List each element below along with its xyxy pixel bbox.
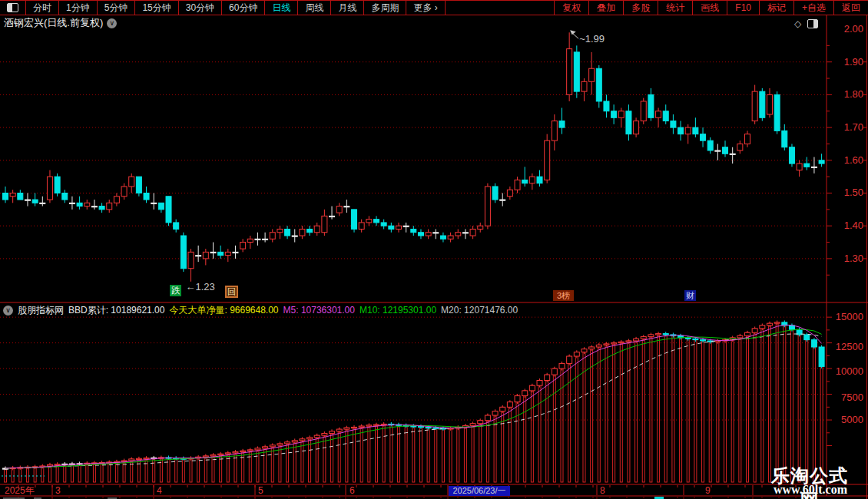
top-menu-item-9[interactable]: 多周期 [364, 1, 406, 15]
volume-bar [338, 429, 340, 482]
marker-hui-badge[interactable]: 回 [225, 286, 238, 298]
sub-candle-body-up [336, 429, 342, 431]
sub-candle-body-up [462, 425, 468, 427]
marker-die-badge[interactable]: 跌 [170, 285, 181, 296]
volume-bar [48, 464, 51, 482]
sub-candle-body-up [188, 458, 194, 459]
candle-body [611, 111, 617, 118]
candle-body [760, 91, 765, 117]
tool-menu-item-7[interactable]: +自选 [793, 1, 833, 15]
panel-toggle-icon[interactable] [807, 19, 818, 28]
volume-axis-label: 7500 [841, 392, 863, 403]
sub-candle-body-up [559, 363, 565, 368]
tool-menu-item-4[interactable]: 画线 [692, 1, 727, 15]
candle-body [144, 193, 149, 200]
tool-menu-item-8[interactable]: 返回 [833, 1, 868, 15]
tool-menu-item-2[interactable]: 多股 [623, 1, 658, 15]
sub-candle-body-up [91, 463, 97, 464]
candle-body-up [314, 226, 320, 233]
candle-body [55, 177, 60, 193]
sub-candle-body-up [537, 380, 542, 385]
marker-cai-badge[interactable]: 财 [684, 290, 696, 301]
tool-menu-item-1[interactable]: 叠加 [588, 1, 623, 15]
top-menu-item-7[interactable]: 周线 [298, 1, 331, 15]
top-menu-item-6[interactable]: 日线 [265, 1, 298, 15]
candle-body [774, 94, 780, 131]
volume-bar [19, 468, 22, 482]
sub-candle-body [707, 341, 713, 342]
price-axis-label: 2.00 [844, 23, 863, 35]
sub-candle-body-up [567, 356, 572, 363]
candle-body-up [270, 233, 275, 240]
sub-candle-body-up [40, 466, 45, 467]
top-menu-item-4[interactable]: 30分钟 [179, 1, 222, 15]
top-menu-item-0[interactable]: 分时 [26, 1, 59, 15]
candle-body [648, 94, 654, 117]
marker-bang-badge[interactable]: 3榜 [553, 290, 574, 301]
sub-candle-body-up [144, 458, 149, 459]
tool-menu-item-0[interactable]: 复权 [554, 1, 588, 15]
volume-bar [242, 451, 244, 482]
tool-menu-item-6[interactable]: 标记 [759, 1, 793, 15]
top-menu-item-3[interactable]: 15分钟 [135, 1, 178, 15]
ma5-line [5, 325, 822, 468]
sub-candle-body-up [774, 322, 780, 323]
collapse-indicator-icon[interactable]: ∨ [3, 306, 13, 316]
sub-candle-body [693, 339, 698, 339]
volume-bar [664, 335, 667, 482]
top-menu-item-2[interactable]: 5分钟 [98, 1, 136, 15]
stock-title-row[interactable]: 酒钢宏兴(日线.前复权) ∨ [4, 16, 117, 30]
volume-bar [531, 385, 533, 482]
volume-bar [546, 375, 548, 482]
candle-body [626, 111, 631, 134]
sub-candle-body [811, 340, 817, 347]
volume-bar [435, 428, 437, 482]
volume-bar [672, 335, 674, 482]
diamond-icon[interactable]: ◇ [794, 18, 801, 29]
volume-bar [175, 458, 177, 482]
sub-candle-body-up [552, 368, 557, 375]
top-menu-item-1[interactable]: 1分钟 [59, 1, 98, 15]
tool-menu-item-3[interactable]: 统计 [658, 1, 692, 15]
tool-menu-item-5[interactable]: F10 [727, 1, 759, 15]
high-arrow-head [570, 30, 576, 35]
candle-body-up [129, 177, 134, 187]
sub-candle-body [396, 425, 401, 425]
volume-bar [635, 339, 638, 482]
volume-bar [368, 425, 370, 482]
volume-bar [346, 428, 348, 482]
volume-axis-label: 15000 [836, 311, 863, 322]
candle-body-up [277, 229, 283, 232]
volume-bar [71, 464, 73, 482]
indicator-source[interactable]: 股朋指标网 [18, 304, 64, 317]
candle-body-up [567, 49, 572, 95]
volume-bar [145, 458, 147, 482]
sub-candle-body-up [47, 464, 52, 466]
candle-body [811, 167, 817, 167]
tools-menu: 复权叠加多股统计画线F10标记+自选返回 [554, 1, 868, 15]
candle-body-up [188, 252, 194, 268]
sub-candle-body-up [374, 425, 379, 425]
sub-candle-body [3, 468, 8, 469]
app-window-icon[interactable] [0, 1, 26, 15]
top-menu-item-8[interactable]: 月线 [331, 1, 364, 15]
candle-body [500, 200, 505, 200]
candle-body [596, 68, 601, 101]
sub-candle-body-up [752, 329, 757, 332]
candle-body-up [507, 190, 512, 197]
volume-bar [790, 329, 793, 482]
candle-body-up [737, 144, 743, 150]
sub-candle-body-up [366, 425, 372, 426]
sub-candle-body-up [247, 450, 253, 451]
candle-body [166, 197, 171, 223]
candle-body-up [470, 229, 475, 236]
candle-body-up [767, 94, 772, 114]
price-axis-label: 1.50 [844, 187, 863, 198]
price-axis-label: 1.90 [844, 56, 863, 68]
top-menu-item-10[interactable]: 更多 › [406, 1, 445, 15]
price-axis-label: 1.80 [844, 88, 863, 100]
chevron-down-icon[interactable]: ∨ [107, 18, 117, 28]
candle-body-up [247, 239, 253, 242]
top-menu-item-5[interactable]: 60分钟 [222, 1, 265, 15]
ma20-line [5, 334, 822, 468]
